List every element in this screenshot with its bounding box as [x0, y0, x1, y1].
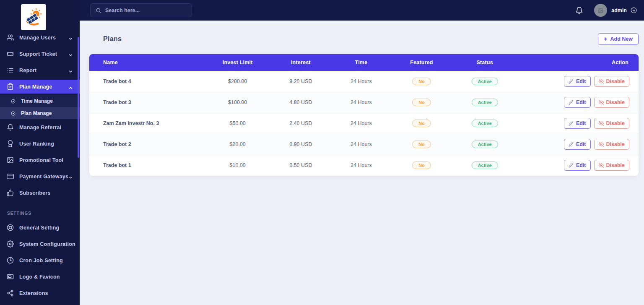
header-action: Action: [518, 54, 639, 71]
plans-table-card: Name Invest Limit Interest Time Featured…: [89, 54, 639, 176]
disable-button[interactable]: Disable: [594, 118, 629, 129]
edit-label: Edit: [576, 99, 586, 105]
sidebar-item-label: Support Ticket: [19, 51, 57, 57]
table-row: Trade bot 2 $20.00 0.90 USD 24 Hours No …: [89, 134, 639, 155]
table-header-row: Name Invest Limit Interest Time Featured…: [89, 54, 639, 71]
sidebar-item-subscribers[interactable]: Subscribers: [0, 185, 80, 201]
bell-icon: [7, 124, 14, 131]
page-header: Plans + Add New: [89, 33, 639, 45]
header-interest: Interest: [270, 54, 331, 71]
sidebar-item-promotional-tool[interactable]: Promotional Tool: [0, 152, 80, 168]
clipboard-check-icon: [7, 83, 14, 90]
plan-time: 24 Hours: [331, 71, 391, 92]
sidebar-item-label: General Setting: [19, 225, 59, 231]
sidebar-item-manage-referral[interactable]: Manage Referral: [0, 119, 80, 136]
add-new-label: Add New: [610, 36, 633, 42]
username-label: admin: [611, 8, 627, 13]
plan-name: Trade bot 4: [89, 71, 205, 92]
edit-label: Edit: [576, 120, 586, 126]
pencil-icon: [569, 142, 574, 147]
brand-logo[interactable]: [21, 4, 46, 30]
sidebar-item-label: Manage Users: [19, 35, 56, 41]
featured-badge: No: [412, 99, 431, 106]
edit-button[interactable]: Edit: [564, 160, 591, 171]
disable-label: Disable: [606, 99, 625, 105]
search-box[interactable]: [90, 3, 192, 17]
plan-interest: 4.80 USD: [270, 92, 331, 113]
plan-name: Trade bot 2: [89, 134, 205, 155]
share-nodes-icon: [7, 289, 14, 297]
sidebar-item-label: Manage Referral: [19, 125, 61, 130]
thumbs-up-icon: [7, 189, 14, 196]
medal-icon: [7, 140, 14, 147]
eye-off-icon: [599, 142, 604, 147]
disable-button[interactable]: Disable: [594, 76, 629, 87]
status-badge: Active: [472, 99, 498, 106]
report-list-icon: [7, 67, 14, 74]
edit-button[interactable]: Edit: [564, 139, 591, 150]
content-area: admin Plans + Add New: [80, 0, 644, 305]
sidebar-item-general-setting[interactable]: General Setting: [0, 219, 80, 236]
edit-label: Edit: [576, 162, 586, 168]
sidebar-item-label: Report: [19, 68, 36, 73]
add-new-button[interactable]: + Add New: [598, 33, 639, 45]
sidebar-item-label: System Configuration: [19, 241, 75, 247]
status-badge: Active: [472, 78, 498, 85]
header-time: Time: [331, 54, 391, 71]
plan-name: Trade bot 1: [89, 155, 205, 176]
header-invest-limit: Invest Limit: [205, 54, 270, 71]
sidebar-item-report[interactable]: Report: [0, 62, 80, 78]
plan-interest: 9.20 USD: [270, 71, 331, 92]
disable-button[interactable]: Disable: [594, 139, 629, 150]
sidebar-item-extensions[interactable]: Extensions: [0, 285, 80, 301]
sidebar-subitem-plan-manage[interactable]: Plan Manage: [0, 107, 80, 119]
sidebar-item-system-configuration[interactable]: System Configuration: [0, 236, 80, 252]
chevron-down-icon: [68, 35, 73, 40]
plan-interest: 2.40 USD: [270, 113, 331, 134]
sidebar: Manage Users Support Ticket Report Plan …: [0, 0, 80, 305]
edit-button[interactable]: Edit: [564, 76, 591, 87]
edit-button[interactable]: Edit: [564, 97, 591, 108]
sidebar-item-label: Cron Job Setting: [19, 258, 63, 263]
table-row: Trade bot 1 $10.00 0.50 USD 24 Hours No …: [89, 155, 639, 176]
plan-interest: 0.90 USD: [270, 134, 331, 155]
sidebar-header: [0, 0, 80, 34]
disable-label: Disable: [606, 78, 625, 84]
sidebar-item-user-ranking[interactable]: User Ranking: [0, 136, 80, 152]
disable-button[interactable]: Disable: [594, 97, 629, 108]
sidebar-subitem-time-manage[interactable]: Time Manage: [0, 95, 80, 107]
sidebar-item-label: User Ranking: [19, 141, 54, 147]
table-row: Trade bot 3 $100.00 4.80 USD 24 Hours No…: [89, 92, 639, 113]
disable-button[interactable]: Disable: [594, 160, 629, 171]
sidebar-item-plan-manage[interactable]: Plan Manage: [0, 80, 80, 94]
chevron-down-icon: [68, 174, 73, 179]
life-ring-icon: [7, 224, 14, 231]
sidebar-item-label: Logo & Favicon: [19, 274, 60, 280]
solar-logo-icon: [23, 6, 44, 29]
sidebar-item-support-ticket[interactable]: Support Ticket: [0, 46, 80, 62]
edit-label: Edit: [576, 78, 586, 84]
disable-label: Disable: [606, 141, 625, 147]
disable-label: Disable: [606, 120, 625, 126]
circle-dot-icon: [10, 98, 16, 104]
sidebar-item-label: Subscribers: [19, 190, 50, 196]
plan-invest-limit: $100.00: [205, 92, 270, 113]
eye-off-icon: [599, 100, 604, 105]
plan-invest-limit: $200.00: [205, 71, 270, 92]
sidebar-scrollbar[interactable]: [78, 37, 79, 158]
user-avatar[interactable]: [594, 4, 607, 17]
status-badge: Active: [472, 141, 498, 148]
plan-time: 24 Hours: [331, 155, 391, 176]
broken-image-icon: [598, 8, 603, 13]
sidebar-item-logo-favicon[interactable]: Logo & Favicon: [0, 269, 80, 285]
search-icon: [96, 8, 101, 13]
status-badge: Active: [472, 162, 498, 169]
edit-button[interactable]: Edit: [564, 118, 591, 129]
sidebar-item-cron-job-setting[interactable]: Cron Job Setting: [0, 252, 80, 269]
circle-dot-icon: [10, 110, 16, 116]
notification-bell-icon[interactable]: [575, 6, 583, 15]
chevron-down-circle-icon[interactable]: [631, 7, 637, 13]
search-input[interactable]: [105, 8, 187, 13]
sidebar-item-payment-gateways[interactable]: Payment Gateways: [0, 168, 80, 185]
plan-time: 24 Hours: [331, 113, 391, 134]
